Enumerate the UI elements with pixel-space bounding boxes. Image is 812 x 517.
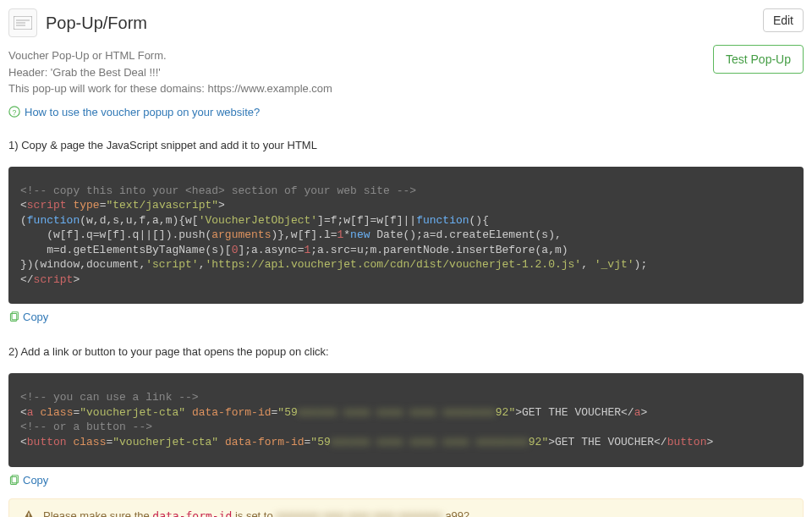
data-form-id-warning: Please make sure the data-form-id is set… <box>8 498 804 517</box>
desc-line-3: This pop-up will work for these domains:… <box>8 80 332 97</box>
svg-rect-10 <box>28 513 29 516</box>
test-popup-button[interactable]: Test Pop-Up <box>713 45 804 74</box>
edit-button[interactable]: Edit <box>763 8 804 32</box>
copy-snippet-2[interactable]: Copy <box>23 474 48 487</box>
svg-text:?: ? <box>13 108 17 117</box>
step-1-instruction: 1) Copy & page the JavaScript snippet an… <box>8 139 804 151</box>
desc-line-1: Voucher Pop-Up or HTML Form. <box>8 47 332 64</box>
code-snippet-2: <!-- you can use a link --> <a class="vo… <box>8 373 804 466</box>
step-2-instruction: 2) Add a link or button to your page tha… <box>8 345 804 358</box>
description-block: Voucher Pop-Up or HTML Form. Header: 'Gr… <box>8 47 332 97</box>
alert-text: Please make sure the data-form-id is set… <box>43 509 469 517</box>
copy-icon <box>8 475 19 486</box>
popup-form-icon <box>8 8 37 37</box>
copy-snippet-1[interactable]: Copy <box>23 311 48 323</box>
copy-icon <box>8 311 19 322</box>
code-snippet-1: <!-- copy this into your <head> section … <box>8 167 804 305</box>
help-link[interactable]: How to use the voucher popup on your web… <box>25 106 260 118</box>
warning-icon <box>23 509 35 517</box>
desc-line-2: Header: 'Grab the Best Deal !!!' <box>8 64 332 81</box>
help-icon: ? <box>8 106 20 118</box>
page-title: Pop-Up/Form <box>46 14 147 33</box>
